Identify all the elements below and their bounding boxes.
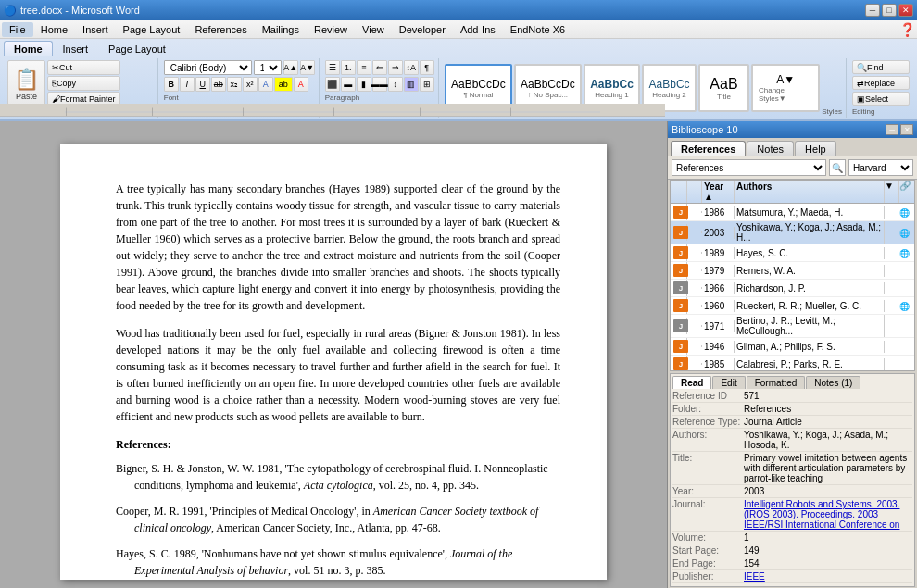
biblioscope-titlebar: Biblioscope 10 ─ ✕ xyxy=(668,121,917,138)
replace-button[interactable]: ⇄ Replace xyxy=(852,76,910,90)
detail-tab-read[interactable]: Read xyxy=(672,376,711,389)
font-color-button[interactable]: A xyxy=(294,77,308,92)
col-year[interactable]: Year ▲ xyxy=(702,181,735,203)
detail-title-row: Title: Primary vowel imitation between a… xyxy=(672,453,912,485)
biblio-close[interactable]: ✕ xyxy=(900,124,913,135)
biblio-tab-notes[interactable]: Notes xyxy=(747,141,794,156)
menu-endnote[interactable]: EndNote X6 xyxy=(503,22,572,37)
biblio-references-table[interactable]: Year ▲ Authors ▼ 🔗 J 1986 Matsumura, Y.;… xyxy=(670,180,915,371)
underline-button[interactable]: U xyxy=(195,77,210,92)
multilevel-button[interactable]: ≡ xyxy=(357,60,371,75)
minimize-button[interactable]: ─ xyxy=(865,4,880,17)
biblio-row-5[interactable]: J 1960 Rueckert, R. R.; Mueller, G. C. 🌐 xyxy=(671,297,914,315)
menu-home[interactable]: Home xyxy=(33,22,75,37)
menu-insert[interactable]: Insert xyxy=(75,22,116,37)
align-right-button[interactable]: ▮ xyxy=(357,77,371,92)
menu-review[interactable]: Review xyxy=(307,22,355,37)
font-size-select[interactable]: 10 xyxy=(254,60,282,75)
biblio-row-0[interactable]: J 1986 Matsumura, Y.; Maeda, H. 🌐 xyxy=(671,204,914,221)
border-button[interactable]: ⊞ xyxy=(420,77,434,92)
detail-journal: Intelligent Robots and Systems, 2003.(IR… xyxy=(744,499,912,530)
menu-references[interactable]: References xyxy=(187,22,254,37)
italic-button[interactable]: I xyxy=(180,77,195,92)
detail-tab-edit[interactable]: Edit xyxy=(712,376,745,389)
menu-developer[interactable]: Developer xyxy=(392,22,453,37)
copy-button[interactable]: ⎘ Copy xyxy=(47,76,120,91)
bold-button[interactable]: B xyxy=(164,77,179,92)
select-button[interactable]: ▣ Select xyxy=(852,92,910,106)
align-left-button[interactable]: ⬛ xyxy=(325,77,340,92)
align-center-button[interactable]: ▬ xyxy=(341,77,356,92)
paste-label: Paste xyxy=(16,92,37,101)
biblioscope-panel: Biblioscope 10 ─ ✕ References Notes Help… xyxy=(667,121,917,588)
cut-button[interactable]: ✂ Cut xyxy=(47,60,120,75)
biblio-controls[interactable]: ─ ✕ xyxy=(886,124,913,135)
biblio-row-3[interactable]: J 1979 Remers, W. A. xyxy=(671,262,914,280)
detail-tab-formatted[interactable]: Formatted xyxy=(747,376,806,389)
detail-ref-id: 571 xyxy=(744,391,912,401)
style-title[interactable]: AaB Title xyxy=(698,64,749,112)
document-page[interactable]: A tree typically has many secondary bran… xyxy=(60,144,607,580)
tab-page-layout[interactable]: Page Layout xyxy=(98,41,176,56)
biblio-search-icon[interactable]: 🔍 xyxy=(829,159,846,176)
document-area[interactable]: │ │ │ │ │ │ A tree typically has many se… xyxy=(0,121,667,588)
close-button[interactable]: ✕ xyxy=(898,4,913,17)
sort-button[interactable]: ↕A xyxy=(404,60,419,75)
detail-tab-notes[interactable]: Notes (1) xyxy=(806,376,860,389)
biblio-row-4[interactable]: J 1966 Richardson, J. P. xyxy=(671,280,914,297)
subscript-button[interactable]: x₂ xyxy=(227,77,242,92)
biblio-style-select[interactable]: Harvard xyxy=(848,159,913,176)
biblio-row-2[interactable]: J 1989 Hayes, S. C. 🌐 xyxy=(671,244,914,262)
line-spacing-button[interactable]: ↕ xyxy=(388,77,403,92)
tab-insert[interactable]: Insert xyxy=(53,41,99,56)
find-button[interactable]: 🔍 Find xyxy=(852,60,910,74)
detail-journal-row: Journal: Intelligent Robots and Systems,… xyxy=(672,499,912,532)
title-bar-controls[interactable]: ─ □ ✕ xyxy=(865,4,913,17)
biblio-row-1[interactable]: J 2003 Yoshikawa, Y.; Koga, J.; Asada, M… xyxy=(671,221,914,244)
menu-file[interactable]: File xyxy=(2,22,33,37)
text-effects-button[interactable]: A xyxy=(258,77,273,92)
maximize-button[interactable]: □ xyxy=(882,4,897,17)
menu-view[interactable]: View xyxy=(355,22,392,37)
justify-button[interactable]: ▬▬ xyxy=(372,77,387,92)
biblio-tab-help[interactable]: Help xyxy=(795,141,836,156)
font-row-1: Calibri (Body) 10 A▲ A▼ xyxy=(164,60,315,75)
col-filter[interactable]: ▼ xyxy=(885,181,899,203)
help-icon[interactable]: ❓ xyxy=(899,22,915,37)
tab-home[interactable]: Home xyxy=(4,41,53,56)
main-area: │ │ │ │ │ │ A tree typically has many se… xyxy=(0,121,917,588)
font-row-2: B I U ab x₂ x² A ab A xyxy=(164,77,315,92)
show-hide-button[interactable]: ¶ xyxy=(420,60,434,75)
biblio-minimize[interactable]: ─ xyxy=(886,124,898,135)
biblio-tab-references[interactable]: References xyxy=(671,141,746,156)
col-authors[interactable]: Authors xyxy=(735,181,885,203)
decrease-indent-button[interactable]: ⇐ xyxy=(372,60,387,75)
style-title-preview: AaB xyxy=(710,76,737,93)
editing-group: 🔍 Find ⇄ Replace ▣ Select Editing xyxy=(848,58,913,118)
font-label: Font xyxy=(164,94,315,102)
biblio-row-8[interactable]: J 1985 Calabresi, P.; Parks, R. E. xyxy=(671,356,914,371)
biblio-row-7[interactable]: J 1946 Gilman, A.; Philips, F. S. xyxy=(671,338,914,356)
title-bar-left: 🔵 tree.docx - Microsoft Word xyxy=(4,5,140,17)
increase-indent-button[interactable]: ⇒ xyxy=(388,60,403,75)
menu-add-ins[interactable]: Add-Ins xyxy=(453,22,503,37)
font-family-select[interactable]: Calibri (Body) xyxy=(164,60,252,75)
clipboard-small-buttons: ✂ Cut ⎘ Copy 🖌 Format Painter xyxy=(47,60,120,106)
bullets-button[interactable]: ☰ xyxy=(325,60,340,75)
strikethrough-button[interactable]: ab xyxy=(211,77,226,92)
biblio-row-6[interactable]: J 1971 Bertino, J. R.; Levitt, M.; McCul… xyxy=(671,315,914,338)
font-shrink-button[interactable]: A▼ xyxy=(300,60,315,75)
biblio-search-select[interactable]: References xyxy=(672,159,826,176)
menu-mailings[interactable]: Mailings xyxy=(255,22,307,37)
detail-tabs: Read Edit Formatted Notes (1) xyxy=(672,376,912,389)
highlight-button[interactable]: ab xyxy=(274,77,293,92)
numbering-button[interactable]: 1. xyxy=(341,60,356,75)
menu-page-layout[interactable]: Page Layout xyxy=(116,22,188,37)
font-grow-button[interactable]: A▲ xyxy=(283,60,298,75)
biblio-table-header: Year ▲ Authors ▼ 🔗 xyxy=(671,181,914,204)
style-change-styles[interactable]: A▼ Change Styles▼ xyxy=(751,64,820,112)
superscript-button[interactable]: x² xyxy=(243,77,258,92)
reference-hayes: Hayes, S. C. 1989, 'Nonhumans have not y… xyxy=(116,545,560,579)
paste-button[interactable]: 📋 Paste xyxy=(7,60,45,108)
shading-button[interactable]: ▥ xyxy=(404,77,419,92)
